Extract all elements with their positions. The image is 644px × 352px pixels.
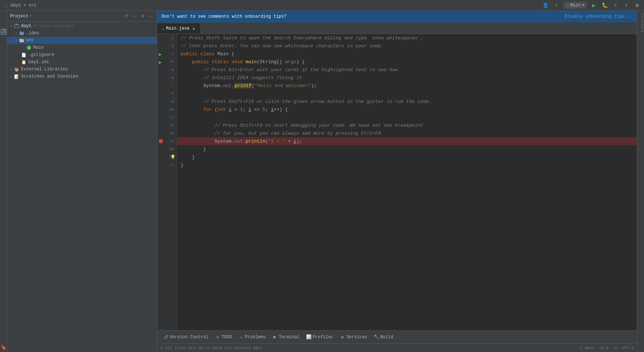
structure-toggle[interactable]: Structure [637, 11, 644, 35]
tree-label-gitignore: .gitignore [28, 52, 54, 57]
settings-panel-icon[interactable]: ⚙ [139, 13, 146, 19]
tree-item-scratches[interactable]: ▸ 📝 Scratches and Consoles [7, 73, 157, 80]
account-button[interactable]: 👤 [542, 1, 550, 9]
gutter-line-16: 16 💡 [157, 153, 177, 161]
status-right: ⎇ main 16:6 LF UTF-8 [578, 346, 634, 350]
right-strip: Structure [637, 11, 644, 352]
tree-item-idea[interactable]: ▸ .idea [7, 30, 157, 37]
line-endings[interactable]: LF [613, 346, 618, 350]
terminal-label: Terminal [279, 335, 300, 340]
gutter-line-1: 1 ◁ [157, 34, 177, 42]
problems-icon: ⚠ [239, 335, 244, 340]
version-control-btn[interactable]: ⎇ Version Control [160, 333, 211, 341]
version-control-label: Version Control [169, 335, 209, 340]
notification-action[interactable]: Disable onboarding tips... [565, 14, 632, 19]
status-icon: ✓ [160, 345, 163, 351]
build-btn[interactable]: 🔨 Build [371, 333, 396, 341]
code-line-17: } [177, 161, 637, 169]
tab-bar: ☕ Main.java ✕ [157, 22, 637, 34]
code-line-6: // IntelliJ IDEA suggests fixing it. [177, 74, 637, 82]
svg-rect-3 [3, 30, 5, 31]
tree-path-day1: D:\Code\JAVA\day1 [34, 24, 74, 28]
project-tree: ▾ day1 D:\Code\JAVA\day1 ▸ .idea ▾ [7, 22, 157, 352]
collapse-all-icon[interactable]: ⇐ [132, 13, 138, 19]
title-breadcrumb: ⬛ day1 > src [3, 3, 37, 8]
run-config-label: Main [570, 3, 581, 8]
run-config-dropdown-icon: ▼ [582, 4, 584, 7]
bookmark-icon[interactable]: 🔖 [0, 344, 7, 351]
notification-bar: Don't want to see comments with onboardi… [157, 11, 637, 22]
status-bar: ✓ All files are up-to-date (12 minutes a… [157, 343, 637, 352]
editor-area: Don't want to see comments with onboardi… [157, 11, 637, 352]
terminal-btn[interactable]: ▶ Terminal [269, 333, 302, 341]
project-panel-toggle[interactable] [1, 11, 7, 37]
panel-header-icons: ⟳ ⇐ ⚙ — [124, 13, 154, 19]
gutter-line-12: 12 ◁ [157, 121, 177, 129]
gutter-line-9: 9 ◁ [157, 97, 177, 105]
code-line-4: public static void main(String[] args) { [177, 58, 637, 66]
tree-label-ext-libs: External Libraries [21, 67, 68, 72]
tree-label-iml: day1.iml [28, 60, 49, 65]
gutter-line-15: 15 ▴ [157, 145, 177, 153]
close-panel-icon[interactable]: — [147, 13, 154, 19]
gutter-line-3: 3 ▶ [157, 50, 177, 58]
todo-icon: ☑ [215, 335, 220, 340]
svg-rect-4 [14, 25, 19, 28]
tree-item-main[interactable]: J Main [7, 44, 157, 51]
tree-item-ext-libs[interactable]: ▸ 📚 External Libraries [7, 66, 157, 73]
tree-item-iml[interactable]: 📋 day1.iml [7, 58, 157, 66]
services-icon: ◉ [340, 335, 345, 340]
code-line-2: // then press Enter. You can now see whi… [177, 42, 637, 50]
code-line-10: for (int i = 1; i <= 5; i++) { [177, 105, 637, 113]
title-bar-right: 👤 ⬆ ☕ Main ▼ ▶ 🐛 ☂ ⚡ ⚙ [542, 1, 641, 9]
code-line-16: } [177, 153, 637, 161]
profile-button[interactable]: ⚡ [622, 1, 630, 9]
svg-rect-5 [16, 24, 18, 25]
tree-item-src[interactable]: ▾ src [7, 37, 157, 44]
file-encoding[interactable]: UTF-8 [622, 346, 634, 350]
code-line-3: public class Main { [177, 50, 637, 58]
code-editor[interactable]: 1 ◁ 2 ◁ 3 ▶ 4 ▶ ▾ 5 ◁ [157, 34, 637, 330]
debug-button[interactable]: 🐛 [601, 1, 609, 9]
version-control-icon: ⎇ [163, 335, 168, 340]
title-bar: ⬛ day1 > src 👤 ⬆ ☕ Main ▼ ▶ 🐛 ☂ ⚡ ⚙ [0, 0, 644, 11]
tab-main-java[interactable]: ☕ Main.java ✕ [157, 23, 201, 34]
coverage-button[interactable]: ☂ [611, 1, 619, 9]
gutter-line-17: 17 [157, 161, 177, 169]
code-line-9: // Press Shift+F10 or click the green ar… [177, 97, 637, 105]
run-config-selector[interactable]: ☕ Main ▼ [563, 2, 587, 9]
cursor-position[interactable]: 16:6 [599, 346, 608, 350]
gutter-line-2: 2 ◁ [157, 42, 177, 50]
code-line-11 [177, 113, 637, 121]
code-line-8 [177, 90, 637, 97]
tab-close-button[interactable]: ✕ [191, 26, 196, 31]
code-content[interactable]: // Press Shift twice to open the Search … [177, 34, 637, 330]
code-line-15: } [177, 145, 637, 153]
profiler-label: Profiler [313, 335, 334, 340]
profiler-icon: 📊 [306, 335, 311, 340]
todo-btn[interactable]: ☑ TODO [212, 333, 235, 341]
panel-title: Project ▼ [10, 14, 32, 19]
tree-label-day1: day1 [21, 23, 31, 29]
services-btn[interactable]: ◉ Services [337, 333, 370, 341]
tree-item-gitignore[interactable]: 📄 .gitignore [7, 51, 157, 58]
tree-label-scratches: Scratches and Consoles [21, 74, 78, 79]
vcs-update-button[interactable]: ⬆ [553, 1, 561, 9]
problems-label: Problems [245, 335, 266, 340]
sync-icon[interactable]: ⟳ [124, 13, 130, 19]
settings-button[interactable]: ⚙ [633, 1, 641, 9]
services-label: Services [347, 335, 368, 340]
tab-label: Main.java [166, 26, 189, 31]
main-layout: 🔖 Project ▼ ⟳ ⇐ ⚙ — ▾ day1 [0, 11, 644, 352]
tree-item-day1[interactable]: ▾ day1 D:\Code\JAVA\day1 [7, 22, 157, 30]
gutter-line-7: 7 [157, 82, 177, 90]
gutter: 1 ◁ 2 ◁ 3 ▶ 4 ▶ ▾ 5 ◁ [157, 34, 177, 330]
problems-btn[interactable]: ⚠ Problems [236, 333, 269, 341]
panel-dropdown-icon[interactable]: ▼ [30, 14, 31, 18]
gutter-line-4: 4 ▶ ▾ [157, 58, 177, 66]
gutter-line-5: 5 ◁ [157, 66, 177, 74]
profiler-btn[interactable]: 📊 Profiler [303, 333, 336, 341]
notification-text: Don't want to see comments with onboardi… [162, 14, 287, 19]
gutter-line-11: 11 [157, 113, 177, 121]
run-button[interactable]: ▶ [590, 1, 598, 9]
